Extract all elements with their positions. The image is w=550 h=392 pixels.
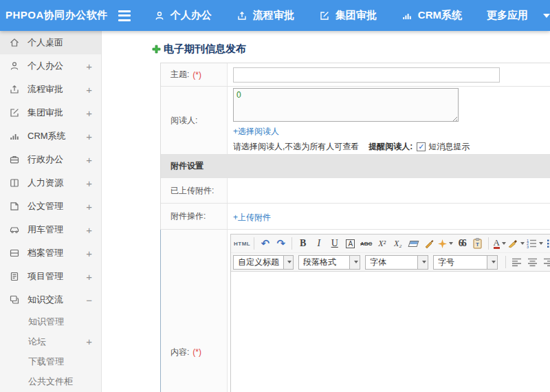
sidebar-item-personal-office[interactable]: 个人办公 + [0, 54, 101, 78]
add-icon [152, 45, 161, 54]
sidebar-item-knowledge[interactable]: 知识交流 − [0, 288, 101, 312]
readers-textarea[interactable]: 0 [233, 88, 459, 122]
remind-readers-label: 提醒阅读人: [368, 141, 412, 153]
expand-plus-icon[interactable]: + [86, 84, 92, 96]
editor-content[interactable] [231, 272, 550, 392]
blockquote-button[interactable]: 66 [454, 237, 469, 251]
paste-text-icon[interactable]: T [470, 237, 485, 251]
editor-toolbar-row1: HTML ↶ ↷ B I U A ABC X² X₂ [231, 235, 550, 253]
heading-select[interactable]: 自定义标题 [233, 255, 294, 270]
editor-toolbar-row2: 自定义标题 段落格式 字体 字号 [231, 253, 550, 272]
subscript-button[interactable]: X₂ [390, 237, 405, 251]
expand-plus-icon[interactable]: + [86, 336, 92, 347]
italic-button[interactable]: I [311, 237, 326, 251]
sidebar-item-crm[interactable]: CRM系统 + [0, 124, 101, 148]
redo-icon[interactable]: ↷ [274, 237, 288, 251]
align-center-icon[interactable] [525, 255, 540, 270]
briefcase-icon [9, 154, 20, 165]
menu-toggle-icon[interactable] [118, 10, 130, 21]
nav-item-crm[interactable]: CRM系统 [402, 9, 462, 22]
page-title-row: 电子期刊信息发布 [152, 42, 550, 56]
underline-button[interactable]: U [327, 237, 342, 251]
sidebar-subitem-downloads[interactable]: 下载管理 [0, 351, 101, 371]
page-title: 电子期刊信息发布 [164, 43, 246, 56]
sidebar-item-desktop[interactable]: 个人桌面 [0, 31, 101, 54]
chart-icon [402, 10, 412, 21]
nav-item-process-approval[interactable]: 流程审批 [236, 9, 294, 22]
auto-typeset-icon[interactable] [438, 237, 453, 251]
sms-checkbox[interactable]: ✓ [417, 142, 426, 151]
source-code-button[interactable]: HTML [234, 237, 250, 251]
sms-label: 短消息提示 [428, 141, 470, 153]
expand-plus-icon[interactable]: + [86, 248, 92, 259]
sidebar-item-archives[interactable]: 档案管理 + [0, 241, 101, 265]
caret-down-icon [539, 242, 543, 245]
nav-item-label: 集团审批 [336, 9, 377, 22]
toolbar-separator [505, 256, 506, 268]
sidebar: 个人桌面 个人办公 + 流程审批 + 集团审批 + CRM系统 + 行政办公 +… [0, 31, 102, 392]
readers-hint-text: 请选择阅读人,不选为所有人可查看 [233, 141, 359, 153]
expand-plus-icon[interactable]: + [86, 154, 92, 166]
ordered-list-icon[interactable]: 123 [526, 237, 543, 251]
subject-row: 主题: (*) [161, 63, 550, 87]
font-family-select[interactable]: 字体 [365, 255, 428, 270]
paragraph-format-select[interactable]: 段落格式 [298, 255, 360, 270]
caret-down-icon [449, 242, 453, 245]
expand-plus-icon[interactable]: + [86, 271, 92, 283]
bold-button[interactable]: B [296, 237, 310, 251]
person-icon [9, 61, 20, 72]
sidebar-item-projects[interactable]: 项目管理 + [0, 265, 101, 288]
uploaded-value [228, 178, 550, 203]
font-color-button[interactable]: A [492, 237, 507, 251]
process-icon [236, 10, 248, 21]
align-left-icon[interactable] [509, 255, 524, 270]
unordered-list-icon[interactable] [544, 237, 550, 251]
highlight-color-icon[interactable] [508, 237, 525, 251]
subject-label: 主题: (*) [161, 63, 228, 86]
expand-plus-icon[interactable]: + [86, 177, 92, 189]
sidebar-item-process-approval[interactable]: 流程审批 + [0, 78, 101, 101]
format-painter-icon[interactable] [422, 237, 437, 251]
sidebar-item-official-docs[interactable]: 公文管理 + [0, 195, 101, 218]
nav-item-label: 更多应用 [487, 9, 528, 22]
toolbar-separator [292, 237, 292, 250]
undo-icon[interactable]: ↶ [258, 237, 272, 251]
align-right-icon[interactable] [541, 255, 550, 270]
expand-plus-icon[interactable]: + [86, 61, 92, 72]
nav-item-personal-office[interactable]: 个人办公 [154, 9, 212, 22]
select-readers-link[interactable]: +选择阅读人 [233, 126, 279, 138]
strikethrough-button[interactable]: ABC [359, 237, 373, 251]
sidebar-item-hr[interactable]: 人力资源 + [0, 171, 101, 195]
superscript-button[interactable]: X² [375, 237, 389, 251]
font-size-select[interactable]: 字号 [433, 255, 498, 270]
sidebar-subitem-public-cabinet[interactable]: 公共文件柜 [0, 371, 101, 391]
nav-item-more-apps[interactable]: 更多应用 [487, 9, 528, 22]
sidebar-subitem-forum[interactable]: 论坛 + [0, 331, 101, 351]
caret-down-icon[interactable] [543, 14, 550, 18]
svg-text:T: T [476, 241, 479, 248]
archive-icon [9, 248, 20, 259]
subject-input[interactable] [233, 67, 500, 83]
expand-plus-icon[interactable]: + [86, 224, 92, 236]
format-clear-icon[interactable] [406, 237, 421, 251]
readers-row: 阅读人: 0 +选择阅读人 请选择阅读人,不选为所有人可查看 提醒阅读人: ✓ … [161, 87, 550, 155]
readers-hint-row: 请选择阅读人,不选为所有人可查看 提醒阅读人: ✓ 短消息提示 [233, 141, 550, 153]
sidebar-item-vehicle[interactable]: 用车管理 + [0, 218, 101, 241]
collapse-minus-icon[interactable]: − [86, 294, 92, 306]
expand-plus-icon[interactable]: + [86, 201, 92, 213]
expand-plus-icon[interactable]: + [86, 107, 92, 119]
process-icon [9, 84, 20, 95]
upload-attachment-link[interactable]: +上传附件 [233, 212, 271, 224]
sidebar-subitem-knowledge-mgmt[interactable]: 知识管理 [0, 312, 101, 331]
caret-down-icon [487, 256, 497, 269]
sidebar-item-admin-office[interactable]: 行政办公 + [0, 148, 101, 171]
document-icon [9, 201, 20, 212]
attachment-op-row: 附件操作: +上传附件 [161, 204, 550, 230]
expand-plus-icon[interactable]: + [86, 131, 92, 142]
caret-down-icon [520, 242, 525, 245]
layers-icon [9, 294, 20, 305]
char-border-button[interactable]: A [343, 237, 358, 251]
nav-item-group-approval[interactable]: 集团审批 [319, 9, 377, 22]
nav-item-label: 流程审批 [253, 9, 294, 22]
sidebar-item-group-approval[interactable]: 集团审批 + [0, 101, 101, 124]
